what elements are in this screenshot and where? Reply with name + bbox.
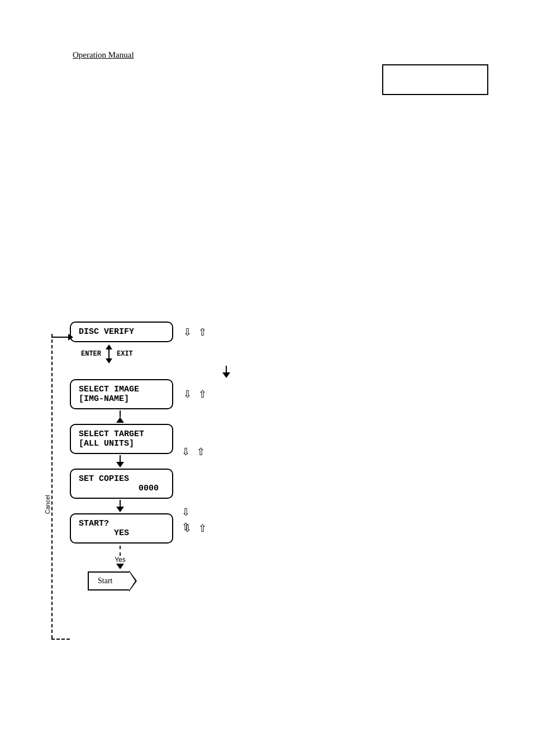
start-query-row: START? YES ⇩ ⇧ bbox=[70, 513, 349, 544]
connector-3 bbox=[70, 455, 137, 467]
up-arrow-5: ⇧ bbox=[198, 522, 207, 535]
yes-label: Yes bbox=[115, 556, 126, 564]
down-arrow-2: ⇩ bbox=[183, 388, 192, 400]
top-right-box bbox=[382, 64, 488, 95]
disc-verify-row: DISC VERIFY ⇩ ⇧ bbox=[70, 322, 349, 342]
arrow-stem bbox=[108, 349, 110, 358]
enter-exit-row: ENTER EXIT bbox=[70, 344, 349, 363]
down-arrow-3: ⇩ bbox=[182, 446, 190, 458]
cancel-label: Cancel bbox=[44, 495, 51, 514]
start-pentagon-container: Start bbox=[88, 571, 130, 590]
select-target-box: SELECT TARGET [ALL UNITS] bbox=[70, 424, 173, 454]
top-underline-text: Operation Manual bbox=[73, 50, 134, 60]
connector-2 bbox=[70, 410, 137, 423]
down-arrow-head bbox=[106, 358, 112, 363]
bottom-return-line bbox=[51, 639, 70, 640]
entry-arrow bbox=[51, 334, 73, 341]
up-arrow-2: ⇧ bbox=[198, 388, 207, 400]
up-arrow-head bbox=[106, 344, 112, 349]
enter-label: ENTER bbox=[81, 350, 101, 358]
start-end-node-row: Start bbox=[70, 571, 349, 590]
set-copies-updown: ⇩ ⇧ bbox=[182, 506, 190, 533]
up-arrow-1: ⇧ bbox=[198, 326, 207, 338]
exit-label: EXIT bbox=[117, 350, 133, 358]
set-copies-box: SET COPIES 0000 bbox=[70, 469, 173, 499]
start-pentagon-box: Start bbox=[88, 571, 130, 590]
bidir-arrow bbox=[106, 344, 112, 363]
start-label: Start bbox=[98, 577, 112, 585]
flowchart: Cancel DISC VERIFY ⇩ ⇧ ENTER EXIT bbox=[70, 322, 349, 590]
select-image-box: SELECT IMAGE [IMG-NAME] bbox=[70, 379, 173, 409]
start-query-box: START? YES bbox=[70, 513, 173, 544]
between-updown: ⇩ ⇧ bbox=[182, 446, 205, 458]
select-image-updown: ⇩ ⇧ bbox=[183, 388, 207, 400]
set-copies-row: SET COPIES 0000 bbox=[70, 469, 349, 499]
select-target-row: SELECT TARGET [ALL UNITS] bbox=[70, 424, 349, 454]
up-arrow-4: ⇧ bbox=[182, 521, 190, 533]
up-arrow-3: ⇧ bbox=[197, 446, 205, 458]
connector-5: Yes bbox=[70, 546, 137, 569]
select-image-row: SELECT IMAGE [IMG-NAME] ⇩ ⇧ bbox=[70, 379, 349, 409]
page: Operation Manual Cancel DISC VERIFY ⇩ ⇧ … bbox=[0, 0, 533, 756]
down-arrow-1: ⇩ bbox=[183, 326, 192, 338]
disc-verify-updown: ⇩ ⇧ bbox=[183, 326, 207, 338]
cancel-path-line bbox=[51, 334, 53, 639]
connector-4 bbox=[70, 500, 137, 512]
disc-verify-box: DISC VERIFY bbox=[70, 322, 173, 342]
connector-1 bbox=[70, 366, 349, 378]
down-arrow-4: ⇩ bbox=[182, 506, 190, 518]
